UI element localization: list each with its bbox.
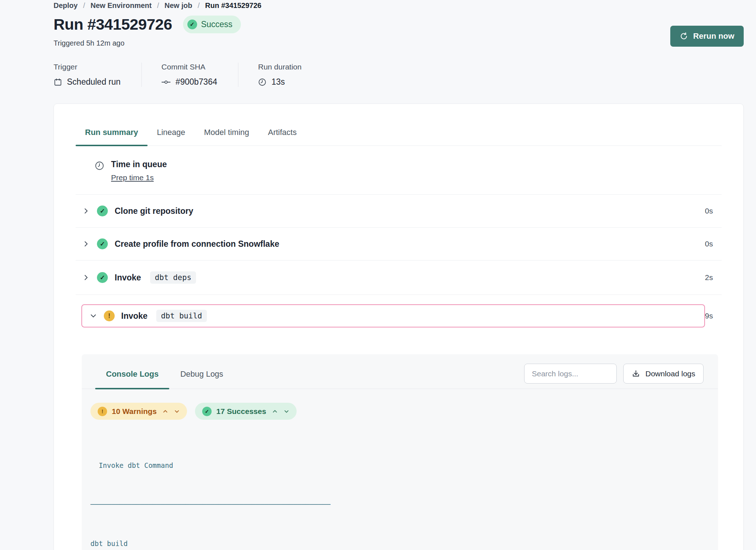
chevron-down-icon[interactable]	[284, 409, 289, 414]
step-invoke-dbt-build-row[interactable]: ! Invoke dbt build	[81, 304, 705, 327]
step-title: Invoke	[121, 311, 148, 321]
step-title: Invoke	[115, 273, 141, 283]
tab-model-timing[interactable]: Model timing	[195, 128, 259, 145]
prep-time-link[interactable]: Prep time 1s	[111, 173, 154, 182]
download-logs-button[interactable]: Download logs	[623, 364, 704, 384]
breadcrumb-separator: /	[83, 1, 85, 10]
tab-console-logs[interactable]: Console Logs	[95, 364, 169, 389]
tab-lineage[interactable]: Lineage	[148, 128, 195, 145]
meta-duration-value: 13s	[271, 77, 285, 87]
meta-trigger: Trigger Scheduled run	[54, 63, 141, 87]
download-logs-label: Download logs	[645, 369, 695, 378]
run-detail-page: Deploy / New Environment / New job / Run…	[0, 0, 756, 550]
header: Run #341529726 ✓ Success Triggered 5h 12…	[54, 16, 744, 47]
successes-badge-label: 17 Successes	[216, 407, 266, 416]
breadcrumb-deploy[interactable]: Deploy	[54, 1, 78, 10]
step-create-profile[interactable]: ✓ Create profile from connection Snowfla…	[76, 228, 722, 261]
meta-duration-label: Run duration	[258, 63, 301, 71]
step-duration: 0s	[705, 240, 722, 248]
meta-trigger-label: Trigger	[54, 63, 120, 71]
rerun-now-button[interactable]: Rerun now	[670, 26, 744, 47]
successes-badge[interactable]: ✓ 17 Successes	[195, 403, 297, 420]
time-in-queue-section: Time in queue Prep time 1s	[76, 146, 722, 195]
console-log-output: Invoke dbt Command ─────────────────────…	[90, 433, 705, 550]
chevron-down-icon[interactable]	[174, 409, 180, 414]
run-metadata: Trigger Scheduled run Commit SHA	[54, 63, 744, 87]
breadcrumb-separator: /	[157, 1, 159, 10]
run-tabs: Run summary Lineage Model timing Artifac…	[76, 104, 722, 146]
step-invoke-dbt-deps[interactable]: ✓ Invoke dbt deps 2s	[76, 261, 722, 295]
step-duration: 0s	[705, 207, 722, 215]
success-check-icon: ✓	[187, 20, 197, 29]
breadcrumb: Deploy / New Environment / New job / Run…	[54, 1, 744, 10]
step-success-icon: ✓	[97, 272, 108, 283]
step-title: Create profile from connection Snowflake	[115, 239, 279, 249]
step-duration: 9s	[705, 312, 722, 320]
chevron-right-icon[interactable]	[82, 207, 90, 215]
chevron-right-icon[interactable]	[82, 240, 90, 248]
meta-trigger-value: Scheduled run	[67, 77, 120, 87]
breadcrumb-separator: /	[198, 1, 200, 10]
step-command-chip: dbt build	[156, 310, 207, 322]
step-command-chip: dbt deps	[150, 271, 196, 284]
log-divider: ────────────────────────────────────────…	[90, 498, 705, 511]
meta-duration: Run duration 13s	[238, 63, 322, 87]
status-badge-label: Success	[201, 20, 233, 29]
logs-actions: Download logs	[524, 364, 704, 384]
search-logs-input[interactable]	[524, 364, 617, 384]
tab-debug-logs[interactable]: Debug Logs	[169, 364, 234, 389]
queue-clock-icon	[94, 160, 105, 182]
step-duration: 2s	[705, 273, 722, 282]
tab-run-summary[interactable]: Run summary	[76, 128, 148, 145]
triggered-timestamp: Triggered 5h 12m ago	[54, 39, 241, 47]
rerun-icon	[680, 32, 688, 41]
clock-icon	[258, 78, 267, 86]
step-title: Clone git repository	[115, 206, 193, 216]
breadcrumb-environment[interactable]: New Environment	[90, 1, 152, 10]
step-success-icon: ✓	[97, 238, 108, 249]
chevron-up-icon[interactable]	[162, 409, 168, 414]
queue-title: Time in queue	[111, 160, 167, 169]
chevron-down-icon[interactable]	[89, 312, 97, 320]
log-filter-badges: ! 10 Warnings ✓ 17 Successes	[82, 389, 718, 420]
step-warning-icon: !	[104, 310, 115, 321]
calendar-icon	[54, 78, 62, 86]
step-invoke-dbt-build: ! Invoke dbt build 9s	[76, 295, 722, 337]
meta-commit-value: #900b7364	[175, 77, 217, 87]
download-icon	[632, 369, 640, 378]
logs-header: Console Logs Debug Logs Download logs	[82, 354, 718, 389]
page-title: Run #341529726	[54, 16, 172, 33]
status-badge: ✓ Success	[183, 16, 241, 33]
meta-commit-label: Commit SHA	[161, 63, 217, 71]
warnings-badge[interactable]: ! 10 Warnings	[90, 403, 187, 420]
meta-commit: Commit SHA #900b7364	[141, 63, 238, 87]
chevron-up-icon[interactable]	[272, 409, 278, 414]
log-command-title: Invoke dbt Command	[90, 459, 705, 472]
run-summary-card: Run summary Lineage Model timing Artifac…	[54, 103, 744, 550]
warnings-badge-label: 10 Warnings	[112, 407, 157, 416]
step-success-icon: ✓	[97, 206, 108, 216]
warning-icon: !	[98, 407, 107, 416]
success-check-icon: ✓	[202, 407, 212, 416]
tab-artifacts[interactable]: Artifacts	[259, 128, 306, 145]
chevron-right-icon[interactable]	[82, 274, 90, 281]
logs-panel: Console Logs Debug Logs Download logs	[82, 354, 718, 550]
log-command: dbt build	[90, 537, 705, 550]
breadcrumb-job[interactable]: New job	[165, 1, 192, 10]
step-clone-git-repository[interactable]: ✓ Clone git repository 0s	[76, 195, 722, 228]
commit-icon	[161, 78, 171, 86]
rerun-button-label: Rerun now	[693, 31, 734, 41]
breadcrumb-current-run: Run #341529726	[205, 1, 262, 10]
